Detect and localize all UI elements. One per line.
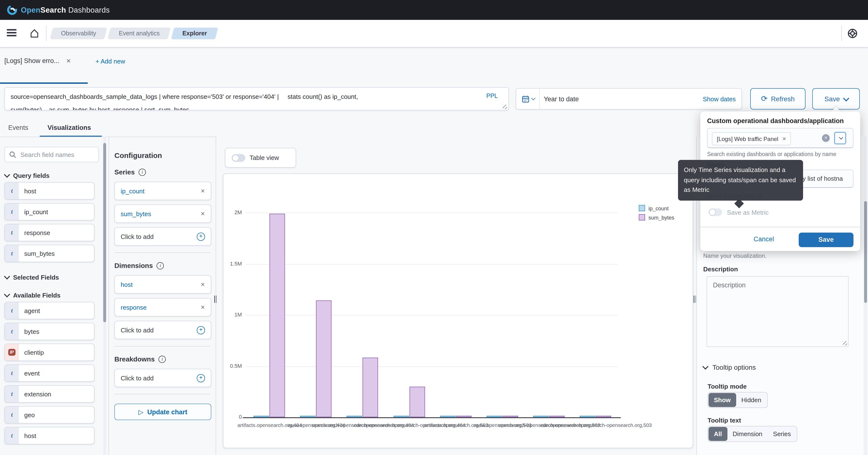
tab-visualizations[interactable]: Visualizations: [48, 124, 91, 131]
bar-chart[interactable]: 00.5M1M1.5M2Martifacts.opensearch.org,40…: [223, 174, 692, 448]
legend-item-ip_count[interactable]: ip_count: [639, 205, 669, 211]
panel-resize-handle-left[interactable]: [214, 296, 218, 303]
field-item-response[interactable]: tresponse: [4, 224, 94, 241]
query-input[interactable]: source=opensearch_dashboards_sample_data…: [4, 87, 509, 110]
tooltip-text-series[interactable]: Series: [768, 427, 796, 441]
explorer-tabs: Events Visualizations: [0, 120, 217, 137]
click-to-add-label: Click to add: [121, 326, 154, 334]
field-item-extension[interactable]: textension: [4, 385, 94, 403]
remove-icon[interactable]: ✕: [200, 304, 205, 311]
sidebar-scrollbar[interactable]: [103, 143, 106, 322]
field-item-event[interactable]: tevent: [4, 364, 94, 382]
bar-ip_count[interactable]: [533, 416, 549, 417]
dashboard-combobox[interactable]: [Logs] Web traffic Panel ✕ ✕: [707, 128, 854, 148]
remove-icon[interactable]: ✕: [200, 210, 205, 217]
bar-ip_count[interactable]: [487, 416, 502, 417]
query-text: source=opensearch_dashboards_sample_data…: [11, 90, 476, 110]
tooltip-text-dimension[interactable]: Dimension: [727, 427, 768, 441]
breadcrumb-explorer[interactable]: Explorer: [173, 28, 217, 39]
tooltip-options-section[interactable]: Tooltip options: [703, 363, 756, 371]
remove-icon[interactable]: ✕: [200, 281, 205, 288]
field-item-bytes[interactable]: tbytes: [4, 323, 94, 340]
bar-sum_bytes[interactable]: [316, 301, 332, 417]
save-as-metric-row: Save as Metric: [709, 208, 769, 216]
field-item-host[interactable]: thost: [4, 182, 94, 200]
field-item-sum_bytes[interactable]: tsum_bytes: [4, 245, 94, 262]
legend-item-sum_bytes[interactable]: sum_bytes: [639, 214, 674, 221]
click-to-add-card[interactable]: Click to add+: [114, 227, 211, 246]
combobox-caret-button[interactable]: [834, 132, 846, 144]
bar-ip_count[interactable]: [580, 416, 595, 417]
bar-sum_bytes[interactable]: [456, 416, 471, 417]
refresh-button[interactable]: ⟳ Refresh: [750, 88, 805, 109]
menu-icon[interactable]: [7, 29, 17, 37]
textarea-resize-handle[interactable]: [843, 341, 847, 346]
section-selected-fields[interactable]: Selected Fields: [5, 274, 103, 281]
remove-icon[interactable]: ✕: [200, 188, 205, 194]
calendar-dropdown-button[interactable]: [516, 89, 540, 109]
divider: [700, 227, 860, 227]
field-item-ip_count[interactable]: tip_count: [4, 203, 94, 221]
tab-events[interactable]: Events: [8, 124, 28, 131]
section-query-fields[interactable]: Query fields: [5, 172, 103, 179]
text-type-icon: t: [5, 386, 19, 402]
info-icon: i: [138, 168, 146, 176]
time-range-value[interactable]: Year to date: [540, 95, 703, 102]
tab-logs-show-errors[interactable]: [Logs] Show erro... ✕: [4, 57, 71, 64]
field-item-host[interactable]: thost: [4, 427, 94, 444]
opensearch-logo[interactable]: OpenSearch Dashboards: [7, 5, 110, 15]
legend-swatch: [639, 205, 645, 211]
bar-ip_count[interactable]: [300, 416, 315, 417]
gridline: [246, 366, 617, 366]
clear-selection-icon[interactable]: ✕: [822, 134, 830, 142]
breadcrumb-observability[interactable]: Observability: [51, 28, 106, 39]
bar-sum_bytes[interactable]: [503, 416, 518, 417]
bar-sum_bytes[interactable]: [549, 416, 565, 417]
bar-sum_bytes[interactable]: [596, 416, 611, 417]
breadcrumb-event-analytics[interactable]: Event analytics: [109, 28, 169, 39]
config-item-ip_count[interactable]: ip_count✕: [114, 182, 211, 200]
save-as-metric-toggle[interactable]: [709, 208, 722, 216]
bar-ip_count[interactable]: [440, 416, 456, 417]
selected-panel-tag[interactable]: [Logs] Web traffic Panel ✕: [712, 132, 791, 145]
bar-ip_count[interactable]: [347, 416, 362, 417]
save-dropdown-button[interactable]: Save: [812, 88, 860, 109]
field-search: [4, 147, 99, 162]
config-item-sum_bytes[interactable]: sum_bytes✕: [114, 204, 211, 223]
description-textarea[interactable]: Description: [707, 276, 848, 347]
config-item-host[interactable]: host✕: [114, 275, 211, 294]
query-resize-handle[interactable]: [503, 105, 507, 109]
home-icon[interactable]: [29, 28, 40, 39]
tooltip-mode-hidden[interactable]: Hidden: [736, 393, 767, 407]
close-icon[interactable]: ✕: [66, 57, 71, 64]
click-to-add-card[interactable]: Click to add+: [114, 321, 211, 339]
save-button[interactable]: Save: [799, 233, 854, 247]
bar-sum_bytes[interactable]: [270, 214, 285, 417]
section-available-fields[interactable]: Available Fields: [5, 292, 103, 299]
field-item-clientip[interactable]: IPclientip: [4, 344, 94, 361]
ppl-link[interactable]: PPL: [486, 93, 498, 99]
remove-tag-icon[interactable]: ✕: [782, 136, 786, 141]
add-new-tab-button[interactable]: + Add new: [95, 58, 125, 65]
bar-sum_bytes[interactable]: [363, 357, 378, 417]
bar-sum_bytes[interactable]: [409, 386, 425, 417]
help-icon[interactable]: [847, 28, 858, 39]
field-item-agent[interactable]: tagent: [4, 302, 94, 319]
click-to-add-card[interactable]: Click to add+: [114, 369, 211, 387]
cancel-button[interactable]: Cancel: [754, 235, 774, 243]
bar-ip_count[interactable]: [253, 416, 269, 417]
tooltip-mode-show[interactable]: Show: [709, 393, 736, 407]
breadcrumb-bar: ObservabilityEvent analyticsExplorer: [0, 20, 868, 47]
bar-ip_count[interactable]: [393, 416, 409, 417]
show-dates-link[interactable]: Show dates: [703, 95, 742, 102]
tooltip-text-all[interactable]: All: [709, 427, 727, 441]
plus-icon: +: [197, 232, 205, 240]
field-item-geo[interactable]: tgeo: [4, 406, 94, 423]
search-input[interactable]: [20, 147, 99, 162]
page-scrollbar[interactable]: [864, 201, 867, 303]
combobox-helper-text: Search existing dashboards or applicatio…: [707, 151, 836, 157]
update-chart-button[interactable]: ▷ Update chart: [114, 403, 211, 420]
config-item-response[interactable]: response✕: [114, 298, 211, 317]
chevron-down-icon: [839, 135, 843, 139]
table-view-toggle[interactable]: [232, 154, 245, 162]
